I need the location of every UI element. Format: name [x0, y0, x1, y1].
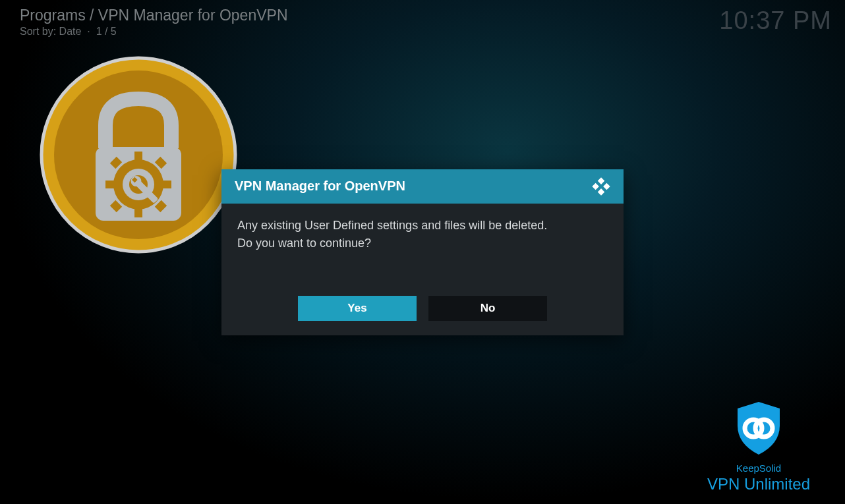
watermark: KeepSolid VPN Unlimited — [689, 401, 828, 493]
shield-icon — [689, 401, 828, 456]
dialog-title: VPN Manager for OpenVPN — [235, 179, 405, 194]
svg-rect-19 — [603, 182, 610, 190]
svg-rect-20 — [598, 188, 605, 196]
svg-rect-17 — [598, 177, 605, 184]
dialog-body: Any existing User Defined settings and f… — [221, 204, 624, 296]
no-button[interactable]: No — [428, 296, 547, 321]
confirmation-dialog: VPN Manager for OpenVPN Any existing Use… — [221, 169, 624, 335]
watermark-product: VPN Unlimited — [689, 475, 828, 493]
svg-rect-18 — [592, 182, 599, 190]
dialog-header: VPN Manager for OpenVPN — [221, 169, 624, 204]
kodi-logo-icon — [592, 177, 610, 196]
yes-button[interactable]: Yes — [298, 296, 417, 321]
dialog-footer: Yes No — [221, 296, 624, 335]
dialog-message-line1: Any existing User Defined settings and f… — [237, 217, 608, 235]
watermark-brand: KeepSolid — [689, 462, 828, 474]
dialog-message-line2: Do you want to continue? — [237, 235, 608, 253]
